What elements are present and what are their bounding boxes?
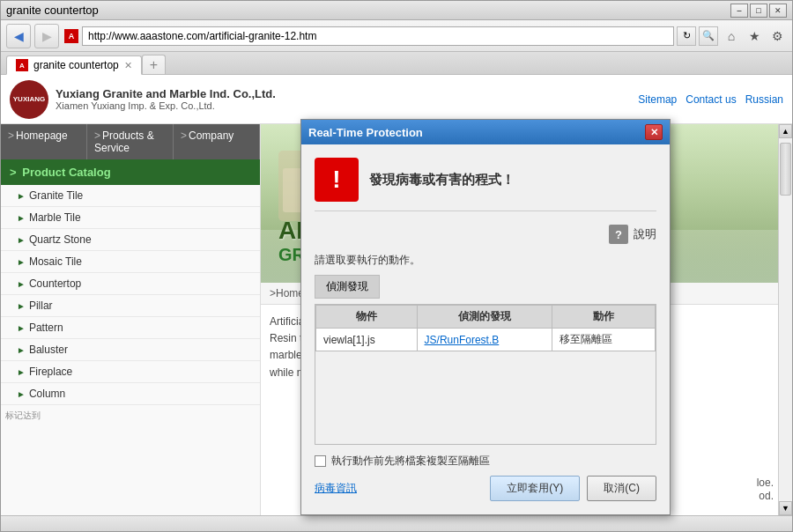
dialog-close-button[interactable]: ✕: [645, 124, 663, 140]
warning-symbol: !: [332, 166, 340, 194]
site-content: YUXIANG Yuxiang Granite and Marble Ind. …: [1, 75, 792, 531]
cancel-button[interactable]: 取消(C): [587, 476, 656, 501]
checkbox-row: 執行動作前先將檔案複製至隔離區: [315, 454, 656, 469]
warning-icon: !: [315, 158, 359, 202]
minimize-button[interactable]: –: [730, 4, 748, 18]
copy-checkbox[interactable]: [315, 455, 326, 467]
dialog-alert-area: ! 發現病毒或有害的程式！: [315, 158, 656, 211]
dialog-button-group: 立即套用(Y) 取消(C): [490, 476, 656, 501]
dialog-help-area: ? 說明: [315, 225, 656, 244]
dialog-instruction: 請選取要執行的動作。: [315, 253, 656, 268]
dialog-title-bar: Real-Time Protection ✕: [301, 120, 670, 144]
col-header-object: 物件: [316, 306, 418, 329]
cell-detection-link[interactable]: JS/RunForest.B: [417, 329, 552, 351]
detection-table-area: 物件 偵測的發現 動作 viewla[1].js JS/RunForest.B …: [315, 304, 656, 445]
dialog-title: Real-Time Protection: [308, 126, 423, 139]
new-tab-button[interactable]: +: [142, 55, 166, 74]
toolbar-right-icons: ⌂ ★ ⚙: [722, 26, 787, 46]
cell-object: viewla[1].js: [316, 329, 418, 351]
table-row: viewla[1].js JS/RunForest.B 移至隔離區: [316, 329, 656, 351]
dialog-overlay: Real-Time Protection ✕ ! 發現病毒或有害的程式！: [1, 75, 792, 531]
address-input[interactable]: [82, 26, 674, 46]
tab-favicon: A: [16, 59, 28, 71]
dialog-footer: 病毒資訊 立即套用(Y) 取消(C): [315, 476, 656, 501]
col-header-action: 動作: [552, 306, 656, 329]
forward-button[interactable]: ▶: [34, 24, 59, 48]
favicon: A: [64, 29, 78, 43]
help-icon: ?: [609, 225, 628, 244]
detection-table: 物件 偵測的發現 動作 viewla[1].js JS/RunForest.B …: [315, 305, 656, 351]
title-bar: granite countertop – □ ✕: [1, 1, 792, 20]
dialog-main-message: 發現病毒或有害的程式！: [369, 172, 515, 188]
apply-button[interactable]: 立即套用(Y): [490, 476, 580, 501]
checkbox-label: 執行動作前先將檔案複製至隔離區: [331, 454, 490, 469]
window-title: granite countertop: [6, 4, 99, 17]
active-tab[interactable]: A granite countertop ✕: [6, 55, 142, 75]
tab-close-button[interactable]: ✕: [124, 60, 132, 71]
detection-tab[interactable]: 偵測發現: [315, 275, 380, 299]
dialog-body: ! 發現病毒或有害的程式！ ? 說明 請選取要執行的動作。 偵測發現: [301, 144, 670, 514]
help-label[interactable]: 說明: [634, 226, 656, 242]
virus-info-link[interactable]: 病毒資訊: [315, 481, 357, 496]
tab-bar: A granite countertop ✕ +: [1, 52, 792, 75]
address-bar-area: ↻ 🔍: [82, 26, 718, 46]
window-close-button[interactable]: ✕: [769, 4, 787, 18]
realtime-protection-dialog: Real-Time Protection ✕ ! 發現病毒或有害的程式！: [300, 119, 671, 515]
home-icon[interactable]: ⌂: [722, 26, 741, 46]
cell-action: 移至隔離區: [552, 329, 656, 351]
refresh-button[interactable]: ↻: [677, 26, 696, 46]
settings-icon[interactable]: ⚙: [767, 26, 787, 46]
back-button[interactable]: ◀: [6, 24, 31, 48]
favorites-icon[interactable]: ★: [745, 26, 764, 46]
browser-toolbar: ◀ ▶ A ↻ 🔍 ⌂ ★ ⚙: [1, 20, 792, 52]
col-header-detection: 偵測的發現: [417, 306, 552, 329]
search-button[interactable]: 🔍: [699, 26, 718, 46]
maximize-button[interactable]: □: [750, 4, 767, 18]
browser-window: granite countertop – □ ✕ ◀ ▶ A ↻ 🔍 ⌂ ★ ⚙: [0, 0, 793, 532]
tab-label: granite countertop: [33, 59, 119, 71]
window-controls: – □ ✕: [730, 4, 787, 18]
